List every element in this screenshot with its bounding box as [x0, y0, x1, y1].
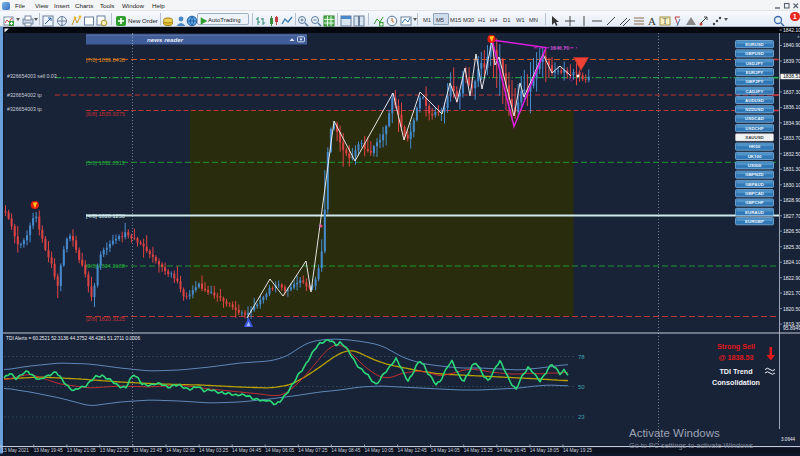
svg-text:14 May 19:25: 14 May 19:25 — [563, 448, 592, 453]
svg-text:AUDUSD: AUDUSD — [745, 98, 764, 103]
svg-text:[3/8] 1824.2188: [3/8] 1824.2188 — [86, 263, 125, 269]
svg-text:GBPAUD: GBPAUD — [745, 182, 764, 187]
svg-text:EURUSD: EURUSD — [745, 42, 764, 47]
svg-text:1842.10: 1842.10 — [783, 27, 800, 33]
svg-text:1820.50: 1820.50 — [783, 306, 800, 312]
svg-text:1840.70: 1840.70 — [550, 45, 569, 51]
svg-text:EURGBP: EURGBP — [745, 219, 764, 224]
svg-text:1825.30: 1825.30 — [783, 244, 800, 250]
svg-text:3.0644: 3.0644 — [781, 437, 795, 442]
svg-text:23: 23 — [578, 414, 585, 420]
svg-text:EURAUD: EURAUD — [745, 210, 764, 215]
svg-text:USDJPY: USDJPY — [746, 61, 764, 66]
svg-text:[5/8] 1832.0313: [5/8] 1832.0313 — [86, 160, 125, 166]
svg-text:14 May 03:25: 14 May 03:25 — [199, 448, 228, 453]
svg-text:1827.70: 1827.70 — [783, 213, 800, 219]
svg-text:13 May 2021: 13 May 2021 — [1, 448, 29, 453]
svg-text:Activate Windows: Activate Windows — [629, 427, 720, 439]
svg-text:XAUUSD: XAUUSD — [745, 135, 764, 140]
svg-text:13 May 22:25: 13 May 22:25 — [100, 448, 129, 453]
svg-text:[4/8] 1828.1250: [4/8] 1828.1250 — [86, 213, 125, 219]
svg-text:news reader: news reader — [147, 36, 184, 43]
svg-text:USDCAD: USDCAD — [745, 116, 764, 121]
svg-text:GBPUSD: GBPUSD — [745, 51, 764, 56]
svg-text:14 May 07:25: 14 May 07:25 — [298, 448, 327, 453]
svg-text:#326654003 tp: #326654003 tp — [7, 106, 42, 112]
svg-text:HK50: HK50 — [749, 144, 761, 149]
svg-text:T: T — [663, 17, 668, 26]
svg-text:14 May 02:05: 14 May 02:05 — [166, 448, 195, 453]
svg-text:1832.50: 1832.50 — [783, 151, 800, 157]
svg-text:1826.50: 1826.50 — [783, 228, 800, 234]
svg-text:A: A — [648, 15, 656, 27]
svg-text:TDI Trend: TDI Trend — [719, 367, 752, 376]
svg-text:1837.30: 1837.30 — [783, 89, 800, 95]
svg-text:14 May 06:05: 14 May 06:05 — [265, 448, 294, 453]
svg-text:1824.10: 1824.10 — [783, 259, 800, 265]
svg-text:1828.90: 1828.90 — [783, 197, 800, 203]
svg-text:[2/8] 1820.3125: [2/8] 1820.3125 — [86, 316, 125, 322]
svg-text:95.8949: 95.8949 — [783, 325, 800, 331]
svg-text:Consolidation: Consolidation — [712, 378, 760, 387]
svg-text:1831.30: 1831.30 — [783, 166, 800, 172]
svg-text:GBPCAD: GBPCAD — [745, 191, 764, 196]
svg-text:1830.10: 1830.10 — [783, 182, 800, 188]
svg-text:13 May 21:05: 13 May 21:05 — [67, 448, 96, 453]
svg-text:USDCHF: USDCHF — [745, 126, 764, 131]
svg-text:1834.90: 1834.90 — [783, 120, 800, 126]
svg-text:14 May 04:45: 14 May 04:45 — [232, 448, 261, 453]
svg-text:1833.70: 1833.70 — [783, 135, 800, 141]
svg-text:14 May 18:05: 14 May 18:05 — [530, 448, 559, 453]
svg-text:TDI Alerts = 60.2521 52.3136 4: TDI Alerts = 60.2521 52.3136 44.3752 48.… — [6, 336, 141, 341]
svg-text:EURJPY: EURJPY — [746, 70, 764, 75]
svg-text:14 May 15:25: 14 May 15:25 — [464, 448, 493, 453]
svg-text:GBPJPY: GBPJPY — [746, 79, 764, 84]
svg-text:#326654002 tp: #326654002 tp — [7, 92, 42, 98]
svg-text:1821.70: 1821.70 — [783, 290, 800, 296]
svg-text:NZDUSD: NZDUSD — [745, 107, 763, 112]
svg-text:1836.10: 1836.10 — [783, 104, 800, 110]
svg-text:13 May 19:45: 13 May 19:45 — [34, 448, 63, 453]
svg-text:[7/8] 1839.8438: [7/8] 1839.8438 — [86, 57, 125, 63]
svg-text:★: ★ — [318, 223, 323, 229]
svg-text:US500: US500 — [748, 163, 762, 168]
svg-text:14 May 08:45: 14 May 08:45 — [331, 448, 360, 453]
svg-text:GBPNZD: GBPNZD — [745, 172, 764, 177]
svg-text:#326654003 sell 0.03: #326654003 sell 0.03 — [7, 73, 57, 79]
svg-text:Go to PC settings to activate: Go to PC settings to activate Windows — [629, 441, 753, 450]
svg-text:50: 50 — [578, 384, 585, 390]
svg-text:1838.51: 1838.51 — [783, 73, 800, 79]
svg-text:1840.90: 1840.90 — [783, 42, 800, 48]
svg-text:1839.70: 1839.70 — [783, 58, 800, 64]
svg-text:14 May 12:45: 14 May 12:45 — [398, 448, 427, 453]
svg-text:14 May 14:05: 14 May 14:05 — [431, 448, 460, 453]
svg-text:[6/8] 1835.9375: [6/8] 1835.9375 — [86, 111, 125, 117]
svg-text:CADJPY: CADJPY — [746, 89, 764, 94]
svg-text:14 May 16:45: 14 May 16:45 — [497, 448, 526, 453]
svg-text:78: 78 — [578, 354, 585, 360]
svg-text:1822.90: 1822.90 — [783, 275, 800, 281]
svg-text:@ 1838.53: @ 1838.53 — [719, 353, 754, 362]
svg-text:13 May 23:45: 13 May 23:45 — [133, 448, 162, 453]
svg-text:GBPCHF: GBPCHF — [745, 200, 764, 205]
svg-text:UK100: UK100 — [748, 154, 762, 159]
svg-text:Strong Sell: Strong Sell — [717, 342, 755, 351]
svg-text:14 May 10:05: 14 May 10:05 — [364, 448, 393, 453]
